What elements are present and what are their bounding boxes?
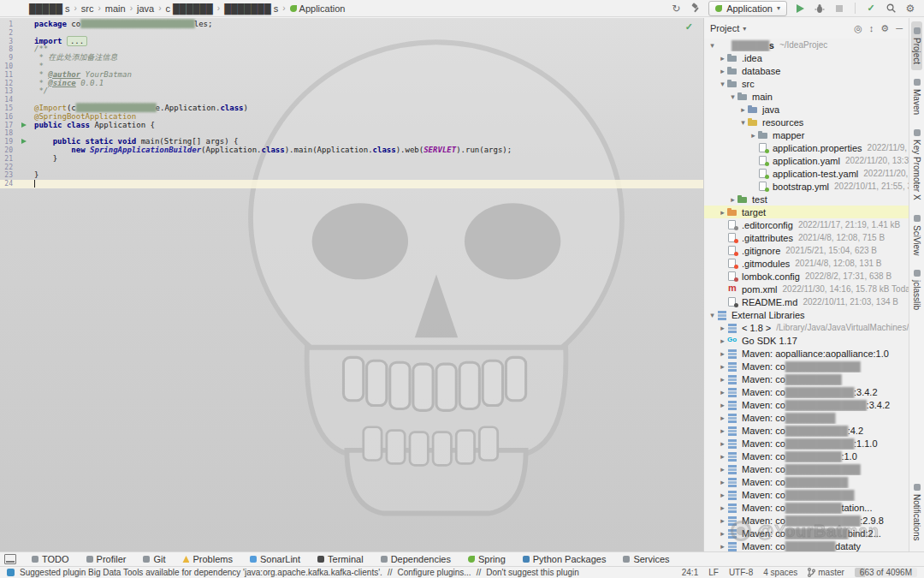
settings-gear-icon[interactable]: ⚙ bbox=[903, 2, 917, 15]
chevron-right-icon[interactable]: ▸ bbox=[718, 504, 727, 512]
tool-strip-jclasslib[interactable]: jclasslib bbox=[911, 264, 922, 316]
hide-panel-icon[interactable]: ─ bbox=[896, 23, 903, 34]
chevron-down-icon[interactable]: ▾ bbox=[718, 80, 727, 88]
code-line[interactable]: 3import ... bbox=[0, 38, 703, 46]
tree-row-mapper[interactable]: ▸mapper bbox=[704, 128, 909, 141]
tree-row-readme[interactable]: README.md2022/10/11, 21:03, 134 B bbox=[704, 295, 909, 308]
chevron-right-icon[interactable]: ▸ bbox=[718, 349, 727, 358]
breadcrumb-item[interactable]: main bbox=[105, 3, 126, 14]
chevron-right-icon[interactable]: ▸ bbox=[718, 478, 727, 486]
tree-row-src[interactable]: ▾src bbox=[704, 77, 909, 90]
code-line[interactable]: 13 */ bbox=[0, 87, 703, 96]
memory-indicator[interactable]: 663 of 4096M bbox=[855, 568, 917, 577]
chevron-right-icon[interactable]: ▸ bbox=[718, 67, 727, 75]
tree-row-gitignore[interactable]: .gitignore2021/5/21, 15:04, 623 B bbox=[704, 244, 909, 257]
tree-row-maven-library[interactable]: ▸Maven: co████████dataty bbox=[704, 539, 909, 551]
commit-checkmark-icon[interactable]: ✓ bbox=[864, 2, 878, 15]
chevron-right-icon[interactable]: ▸ bbox=[718, 208, 727, 217]
breadcrumb-item[interactable]: java bbox=[137, 3, 154, 14]
chevron-down-icon[interactable]: ▾ bbox=[738, 118, 748, 127]
expand-collapse-icon[interactable]: ↕ bbox=[869, 23, 874, 34]
code-line[interactable]: 23} bbox=[0, 171, 703, 180]
chevron-right-icon[interactable]: ▸ bbox=[718, 426, 727, 435]
settings-gear-icon[interactable]: ⚙ bbox=[880, 23, 889, 34]
tree-row-maven-library[interactable]: ▸Maven: co███████████:1.1.0 bbox=[704, 437, 909, 450]
tree-row-main[interactable]: ▾main bbox=[704, 90, 909, 103]
code-line[interactable]: 22 bbox=[0, 164, 703, 172]
tool-window-button-todo[interactable]: TODO bbox=[23, 552, 78, 566]
indent-widget[interactable]: 4 spaces bbox=[763, 568, 797, 577]
tree-row-maven-library[interactable]: ▸Maven: co████████████:2.9.8 bbox=[704, 514, 909, 527]
chevron-right-icon[interactable]: ▸ bbox=[718, 388, 727, 396]
chevron-down-icon[interactable]: ▾ bbox=[708, 41, 717, 50]
git-branch-widget[interactable]: master bbox=[808, 568, 844, 577]
tree-row-maven-library[interactable]: ▸Maven: co███████████:3.4.2 bbox=[704, 385, 909, 398]
tree-row-lombok-config[interactable]: lombok.config2022/8/2, 17:31, 638 B bbox=[704, 270, 909, 283]
chevron-right-icon[interactable]: ▸ bbox=[738, 105, 748, 114]
tree-row-jdk-1-8[interactable]: ▸< 1.8 >/Library/Java/JavaVirtualMachine… bbox=[704, 321, 909, 334]
code-line[interactable]: 20 new SpringApplicationBuilder(Applicat… bbox=[0, 146, 703, 155]
breadcrumb-item[interactable]: c██████ bbox=[166, 3, 213, 14]
tree-row-database[interactable]: ▸database bbox=[704, 64, 909, 77]
chevron-right-icon[interactable]: ▸ bbox=[718, 542, 727, 551]
chevron-right-icon[interactable]: ▸ bbox=[718, 401, 727, 409]
configure-plugins-link[interactable]: Configure plugins... bbox=[397, 568, 471, 577]
chevron-down-icon[interactable]: ▾ bbox=[708, 311, 717, 319]
editor[interactable]: ✓ 1package co███████████████████████████… bbox=[0, 18, 703, 551]
build-hammer-icon[interactable] bbox=[689, 2, 702, 15]
project-root-row[interactable]: ▾██████s~/IdeaProjec bbox=[704, 39, 909, 51]
locate-icon[interactable]: ◎ bbox=[854, 23, 862, 34]
tree-row-maven-library[interactable]: ▸Maven: co███████████ bbox=[704, 488, 909, 501]
tree-row-java[interactable]: ▸java bbox=[704, 103, 909, 116]
tree-row-test[interactable]: ▸test bbox=[704, 193, 909, 206]
chevron-right-icon[interactable]: ▸ bbox=[718, 516, 727, 525]
tree-row-editorconfig[interactable]: .editorconfig2022/11/17, 21:19, 1.41 kB bbox=[704, 218, 909, 231]
chevron-right-icon[interactable]: ▸ bbox=[718, 491, 727, 499]
tool-window-button-python[interactable]: Python Packages bbox=[514, 552, 615, 566]
chevron-right-icon[interactable]: ▸ bbox=[718, 529, 727, 538]
run-configuration-select[interactable]: Application ▾ bbox=[708, 1, 787, 16]
breadcrumb-item[interactable]: src bbox=[81, 3, 94, 14]
chevron-right-icon[interactable]: ▸ bbox=[718, 414, 727, 422]
dont-suggest-link[interactable]: Don't suggest this plugin bbox=[486, 568, 579, 577]
caret-position-widget[interactable]: 24:1 bbox=[682, 568, 698, 577]
tree-row-gitattributes[interactable]: .gitattributes2021/4/8, 12:08, 715 B bbox=[704, 231, 909, 244]
tool-strip-sciview[interactable]: SciView bbox=[911, 209, 922, 261]
tool-window-button-spring[interactable]: Spring bbox=[459, 552, 514, 566]
breadcrumb-item[interactable]: █████s bbox=[29, 3, 69, 14]
code-line[interactable]: 15@Import(c█████████████████████e.Applic… bbox=[0, 104, 703, 113]
tree-row-maven-library[interactable]: ▸Maven: co█████████:1.0 bbox=[704, 450, 909, 462]
tree-row-maven-library[interactable]: ▸Maven: co█████████tation... bbox=[704, 501, 909, 514]
tool-window-button-dependencies[interactable]: Dependencies bbox=[372, 552, 459, 566]
tree-row-maven-library[interactable]: ▸Maven: co████████ bbox=[704, 411, 909, 424]
tree-row-maven-library[interactable]: ▸Maven: co██████████bind:2... bbox=[704, 527, 909, 539]
code-line[interactable]: 9 * 在此处添加备注信息 bbox=[0, 54, 703, 63]
run-gutter-icon[interactable] bbox=[21, 122, 27, 128]
tool-window-button-sonarlint[interactable]: SonarLint bbox=[241, 552, 309, 566]
search-icon[interactable] bbox=[884, 2, 897, 15]
breadcrumb-item[interactable]: ███████s bbox=[224, 3, 278, 14]
code-line[interactable]: 17public class Application { bbox=[0, 122, 703, 130]
sync-icon[interactable]: ↻ bbox=[669, 2, 683, 15]
chevron-right-icon[interactable]: ▸ bbox=[718, 337, 727, 345]
code-line[interactable]: 21 } bbox=[0, 155, 703, 164]
chevron-right-icon[interactable]: ▸ bbox=[718, 439, 727, 448]
tree-row-maven-library[interactable]: ▸Maven: co████████████ bbox=[704, 360, 909, 372]
chevron-right-icon[interactable]: ▸ bbox=[718, 465, 727, 474]
tree-row-target[interactable]: ▸target bbox=[704, 206, 909, 218]
line-separator-widget[interactable]: LF bbox=[708, 568, 719, 577]
chevron-right-icon[interactable]: ▸ bbox=[718, 452, 727, 461]
tool-window-button-terminal[interactable]: Terminal bbox=[309, 552, 372, 566]
encoding-widget[interactable]: UTF-8 bbox=[729, 568, 753, 577]
code-line[interactable]: 24 bbox=[0, 180, 703, 188]
tree-row-idea[interactable]: ▸.idea bbox=[704, 51, 909, 64]
tree-row-pom-xml[interactable]: pom.xml2022/11/30, 14:16, 15.78 kB Today… bbox=[704, 283, 909, 295]
debug-icon[interactable] bbox=[813, 2, 826, 15]
tree-row-application-test-yaml[interactable]: application-test.yaml2022/11/20, 23:37, … bbox=[704, 167, 909, 180]
project-view-select[interactable]: Project ▾ bbox=[710, 23, 746, 33]
code-line[interactable]: 1package co█████████████████████████████… bbox=[0, 21, 703, 29]
tool-window-button-services[interactable]: Services bbox=[614, 552, 678, 566]
inspections-ok-widget[interactable]: ✓ bbox=[685, 21, 693, 33]
chevron-right-icon[interactable]: ▸ bbox=[718, 54, 727, 63]
code-line[interactable]: 2 bbox=[0, 29, 703, 38]
